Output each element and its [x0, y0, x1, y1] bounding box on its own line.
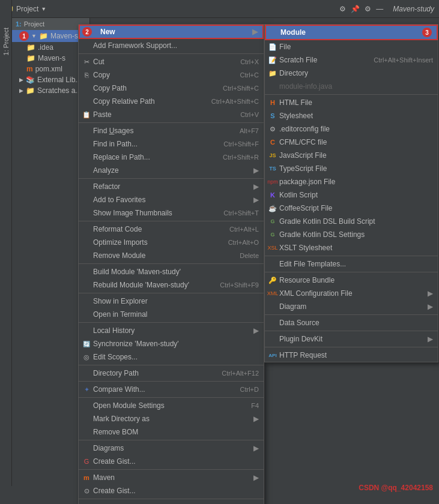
menu-item-rebuild-module[interactable]: Rebuild Module 'Maven-study' Ctrl+Shift+… — [79, 278, 264, 292]
menu-label-compare: Compare With... — [93, 385, 145, 394]
menu-item-find-usages[interactable]: Find Usages Alt+F7 — [79, 124, 264, 137]
menu-label-copy: Copy — [93, 71, 110, 79]
submenu-item-kotlin-script[interactable]: K Kotlin Script — [265, 188, 438, 202]
menu-item-local-history[interactable]: Local History ▶ — [79, 324, 264, 337]
submenu-item-resource-bundle[interactable]: 🔑 Resource Bundle — [265, 274, 438, 287]
submenu-item-data-source[interactable]: Data Source — [265, 316, 438, 329]
pin-icon[interactable]: 📌 — [351, 5, 360, 13]
menu-item-add-favorites[interactable]: Add to Favorites ▶ — [79, 193, 264, 206]
submenu-item-html[interactable]: H HTML File — [265, 96, 438, 109]
copy-icon: ⎘ — [82, 71, 91, 79]
sep-9 — [79, 381, 264, 382]
menu-item-optimize-imports[interactable]: Optimize Imports Ctrl+Alt+O — [79, 236, 264, 249]
menu-item-show-explorer[interactable]: Show in Explorer — [79, 295, 264, 308]
project-tab[interactable]: 1: Project — [1, 24, 11, 59]
shortcut-copy: Ctrl+C — [240, 71, 259, 79]
menu-item-cut[interactable]: ✂ Cut Ctrl+X — [79, 55, 264, 68]
submenu-item-directory[interactable]: 📁 Directory — [265, 67, 438, 80]
folder-icon-scratches: 📁 — [26, 86, 35, 95]
shortcut-replace-path: Ctrl+Shift+R — [223, 154, 259, 161]
submenu-item-diagram[interactable]: Diagram ▶ — [265, 300, 438, 313]
menu-item-add-framework[interactable]: Add Framework Support... — [79, 39, 264, 52]
settings-icon[interactable]: ⚙ — [339, 5, 346, 13]
shortcut-paste: Ctrl+V — [240, 111, 259, 118]
menu-item-synchronize[interactable]: 🔄 Synchronize 'Maven-study' — [79, 337, 264, 350]
tree-label-idea: .idea — [38, 43, 53, 52]
gear-icon[interactable]: ⚙ — [365, 5, 371, 13]
menu-item-maven[interactable]: m Maven ▶ — [79, 471, 264, 484]
toolbar-right: ⚙ 📌 ⚙ — Maven-study — [339, 5, 434, 13]
submenu-item-xslt[interactable]: XSL XSLT Stylesheet — [265, 241, 438, 254]
xslt-icon: XSL — [268, 244, 277, 252]
submenu-item-typescript[interactable]: TS TypeScript File — [265, 162, 438, 175]
submenu-item-http-request[interactable]: API HTTP Request — [265, 349, 438, 362]
menu-item-copy-rel-path[interactable]: Copy Relative Path Ctrl+Alt+Shift+C — [79, 95, 264, 108]
submenu-item-editorconfig[interactable]: ⚙ .editorconfig file — [265, 122, 438, 136]
menu-item-find-path[interactable]: Find in Path... Ctrl+Shift+F — [79, 137, 264, 151]
shortcut-copy-path: Ctrl+Shift+C — [223, 85, 259, 92]
menu-item-open-module-settings[interactable]: Open Module Settings F4 — [79, 399, 264, 412]
sep-11 — [79, 440, 264, 440]
submenu-item-packagejson[interactable]: npm package.json File — [265, 175, 438, 188]
menu-item-remove-bom[interactable]: Remove BOM — [79, 425, 264, 439]
submenu-item-plugin-devkit[interactable]: Plugin DevKit ▶ — [265, 332, 438, 346]
menu-item-refactor[interactable]: Refactor ▶ — [79, 180, 264, 193]
submenu-item-javascript[interactable]: JS JavaScript File — [265, 149, 438, 162]
submenu-label-javascript: JavaScript File — [279, 151, 327, 160]
menu-label-find-usages: Find Usages — [93, 127, 133, 135]
xml-icon: XML — [268, 289, 277, 298]
menu-item-open-terminal[interactable]: Open in Terminal — [79, 308, 264, 321]
menu-item-replace-path[interactable]: Replace in Path... Ctrl+Shift+R — [79, 151, 264, 164]
submenu-label-module: Module — [280, 28, 306, 37]
submenu-item-cfml[interactable]: C CFML/CFC file — [265, 136, 438, 149]
submenu-item-xml-config[interactable]: XML XML Configuration File ▶ — [265, 287, 438, 300]
submenu-label-kotlin-script: Kotlin Script — [279, 191, 318, 199]
menu-item-edit-scopes[interactable]: ◎ Edit Scopes... — [79, 350, 264, 364]
submenu-item-stylesheet[interactable]: S Stylesheet — [265, 109, 438, 122]
menu-label-mark-dir: Mark Directory as — [93, 415, 150, 423]
tree-label-scratches: Scratches a... — [37, 86, 81, 95]
scope-icon: ◎ — [82, 353, 91, 361]
submenu-item-edit-templates[interactable]: Edit File Templates... — [265, 257, 438, 271]
submenu-item-module[interactable]: Module 3 — [265, 25, 438, 40]
project-dropdown[interactable]: Project — [16, 5, 38, 13]
menu-item-remove-module[interactable]: Remove Module Delete — [79, 249, 264, 262]
menu-item-create-gist-2[interactable]: ⊙ Create Gist... — [79, 484, 264, 497]
menu-item-diagrams[interactable]: Diagrams ▶ — [79, 442, 264, 455]
menu-label-thumbnails: Show Image Thumbnails — [93, 209, 172, 217]
dir-icon: 📁 — [268, 69, 277, 77]
submenu-label-xml-config: XML Configuration File — [279, 289, 353, 298]
menu-item-analyze[interactable]: Analyze ▶ — [79, 164, 264, 177]
badge-1: 1 — [19, 31, 29, 41]
menu-item-show-thumbnails[interactable]: Show Image Thumbnails Ctrl+Shift+T — [79, 206, 264, 220]
menu-item-convert-java[interactable]: Convert Java File to Kotlin File Ctrl+Al… — [79, 500, 264, 504]
sub-sep-5 — [265, 331, 438, 331]
submenu-item-file[interactable]: 📄 File — [265, 40, 438, 53]
menu-item-copy-path[interactable]: Copy Path Ctrl+Shift+C — [79, 82, 264, 95]
panel-badge: 1: — [16, 20, 22, 28]
submenu-item-gradle-settings[interactable]: G Gradle Kotlin DSL Settings — [265, 228, 438, 241]
menu-item-paste[interactable]: 📋 Paste Ctrl+V — [79, 108, 264, 121]
submenu-item-module-info[interactable]: module-info.java — [265, 80, 438, 93]
menu-item-copy[interactable]: ⎘ Copy Ctrl+C — [79, 68, 264, 82]
menu-item-mark-directory[interactable]: Mark Directory as ▶ — [79, 412, 264, 425]
sep-8 — [79, 365, 264, 365]
menu-item-build-module[interactable]: Build Module 'Maven-study' — [79, 265, 264, 278]
submenu-label-directory: Directory — [279, 69, 308, 77]
menu-item-reformat[interactable]: Reformat Code Ctrl+Alt+L — [79, 223, 264, 236]
sub-sep-3 — [265, 272, 438, 272]
menu-item-dir-path[interactable]: Directory Path Ctrl+Alt+F12 — [79, 367, 264, 380]
menu-label-copy-rel: Copy Relative Path — [93, 97, 155, 106]
dropdown-arrow[interactable]: ▼ — [41, 6, 46, 12]
menu-item-create-gist-1[interactable]: G Create Gist... — [79, 455, 264, 468]
submenu-label-module-info: module-info.java — [279, 82, 332, 91]
shortcut-find-usages: Alt+F7 — [240, 127, 259, 134]
menu-item-new[interactable]: 2 New ▶ — [79, 25, 264, 39]
minus-icon[interactable]: — — [376, 5, 383, 13]
menu-label-cut: Cut — [93, 58, 104, 66]
shortcut-rebuild: Ctrl+Shift+F9 — [220, 281, 259, 289]
submenu-item-scratch[interactable]: 📝 Scratch File Ctrl+Alt+Shift+Insert — [265, 53, 438, 67]
submenu-item-gradle-build[interactable]: G Gradle Kotlin DSL Build Script — [265, 215, 438, 228]
submenu-item-coffeescript[interactable]: ☕ CoffeeScript File — [265, 202, 438, 215]
menu-item-compare-with[interactable]: ✦ Compare With... Ctrl+D — [79, 383, 264, 396]
